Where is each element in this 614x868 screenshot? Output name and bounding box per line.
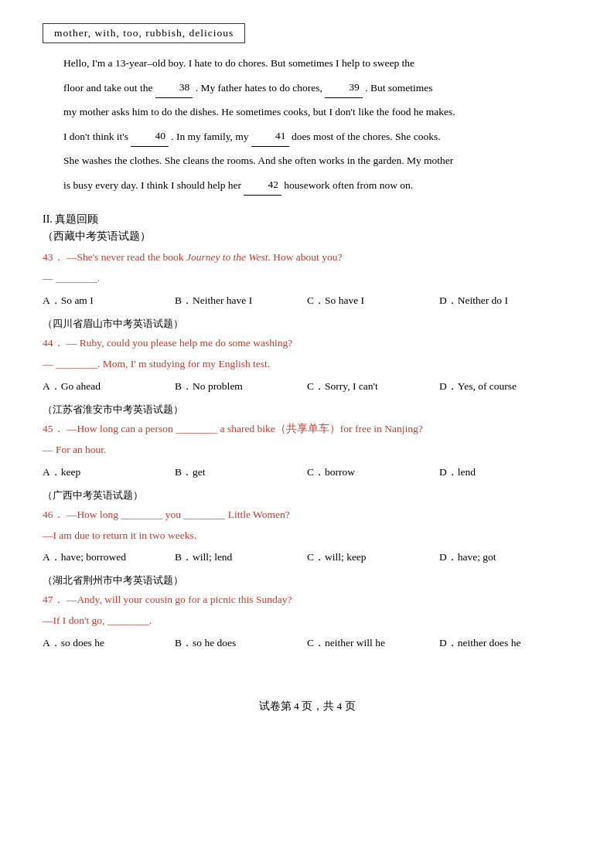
q43-source: （西藏中考英语试题） [43, 230, 571, 243]
q46-answer-line: —I am due to return it in two weeks. [43, 526, 571, 546]
word-box: mother, with, too, rubbish, delicious [43, 23, 571, 54]
q46-option-c: C．will; keep [307, 548, 439, 567]
q44-option-a: A．Go ahead [43, 377, 175, 397]
q46-option-b: B．will; lend [175, 548, 307, 567]
blank-42: 42 [244, 175, 281, 196]
q46-option-a: A．have; borrowed [43, 548, 175, 567]
q43-option-d: D．Neither do I [439, 291, 571, 311]
q44-option-c: C．Sorry, I can't [307, 377, 439, 397]
page-footer: 试卷第 4 页，共 4 页 [43, 700, 571, 713]
blank-39: 39 [325, 78, 363, 98]
q43-option-c: C．So have I [307, 291, 439, 311]
q45-answer-line: — For an hour. [43, 441, 571, 460]
q44-answer-line: — ________. Mom, I' m studying for my En… [43, 355, 571, 374]
q43-stem: 43． —She's never read the book Journey t… [43, 248, 571, 267]
q45-option-d: D．lend [439, 463, 571, 482]
q44-source: （四川省眉山市中考英语试题） [43, 317, 571, 331]
passage-line3: my mother asks him to do the dishes. He … [43, 103, 571, 122]
q47-option-c: C．neither will he [307, 634, 439, 653]
q47-stem: 47． —Andy, will your cousin go for a pic… [43, 591, 571, 610]
q44-options: A．Go ahead B．No problem C．Sorry, I can't… [43, 377, 571, 397]
q47-answer-line: —If I don't go, ________. [43, 611, 571, 631]
q47-option-d: D．neither does he [439, 634, 571, 653]
q45-option-b: B．get [175, 463, 307, 482]
blank-41: 41 [251, 127, 289, 147]
q43-answer-line: — ________. [43, 269, 571, 288]
q47-source: （湖北省荆州市中考英语试题） [43, 574, 571, 587]
section2-title: II. 真题回顾 [43, 213, 571, 226]
passage-line1: Hello, I'm a 13-year–old boy. I hate to … [43, 54, 571, 73]
passage-line2: floor and take out the 38 . My father ha… [43, 78, 571, 98]
q43-option-a: A．So am I [43, 291, 175, 311]
passage-line5: She washes the clothes. She cleans the r… [43, 151, 571, 171]
q46-source: （广西中考英语试题） [43, 488, 571, 502]
passage-line4: I don't think it's 40 . In my family, my… [43, 127, 571, 147]
q45-option-c: C．borrow [307, 463, 439, 482]
q45-option-a: A．keep [43, 463, 175, 482]
q47-options: A．so does he B．so he does C．neither will… [43, 634, 571, 653]
q43-options: A．So am I B．Neither have I C．So have I D… [43, 291, 571, 311]
q44-stem: 44． — Ruby, could you please help me do … [43, 334, 571, 353]
q46-option-d: D．have; got [439, 548, 571, 567]
q45-stem: 45． —How long can a person ________ a sh… [43, 420, 571, 439]
q46-options: A．have; borrowed B．will; lend C．will; ke… [43, 548, 571, 567]
blank-38: 38 [155, 78, 193, 98]
passage-line6: is busy every day. I think I should help… [43, 175, 571, 196]
q45-options: A．keep B．get C．borrow D．lend [43, 463, 571, 482]
q46-stem: 46． —How long ________ you ________ Litt… [43, 505, 571, 525]
q47-option-b: B．so he does [175, 634, 307, 653]
q47-option-a: A．so does he [43, 634, 175, 653]
blank-40: 40 [131, 127, 169, 147]
q43-option-b: B．Neither have I [175, 291, 307, 311]
q44-option-d: D．Yes, of course [439, 377, 571, 397]
q45-source: （江苏省淮安市中考英语试题） [43, 403, 571, 417]
q44-option-b: B．No problem [175, 377, 307, 397]
